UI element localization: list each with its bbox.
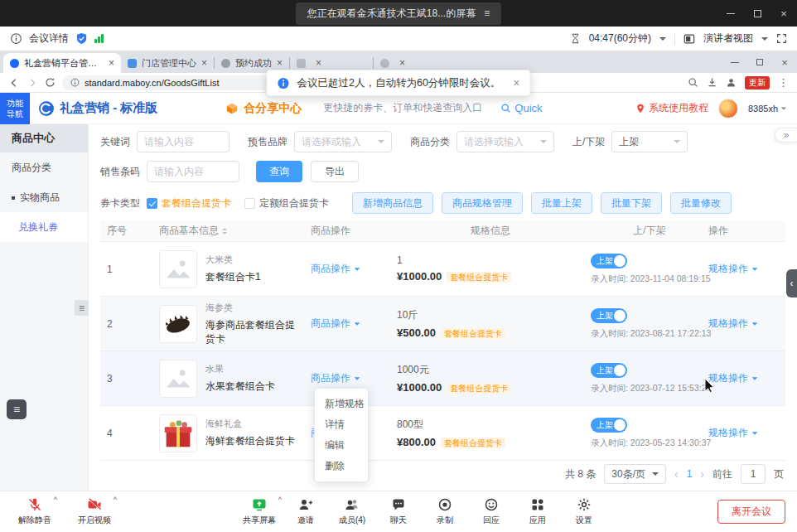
tab-close-icon[interactable]: × [399,58,405,68]
current-page[interactable]: 1 [687,468,693,480]
tab-close-icon[interactable]: × [201,58,207,68]
timer-chevron-down-icon[interactable] [659,37,666,44]
view-chevron-down-icon[interactable] [761,37,768,44]
menu-item-add-spec[interactable]: 新增规格 [315,394,368,414]
update-badge[interactable]: 更新 [745,76,770,89]
close-button[interactable]: × [770,0,797,27]
barcode-input[interactable] [147,161,239,182]
next-page-button[interactable]: › [700,467,704,481]
function-nav-button[interactable]: 功能 导航 [0,93,30,124]
product-op-dropdown-open[interactable]: 商品操作 [311,371,360,385]
tab-close-icon[interactable]: × [277,58,283,68]
col-product-info[interactable]: 商品基本信息 [153,224,302,238]
tutorial-link[interactable]: 系统使用教程 [635,101,708,115]
members-button[interactable]: 成员(4) [329,496,375,526]
meeting-floating-list-widget[interactable]: ≡ [7,399,27,419]
meeting-info-left: 会议详情 [10,31,104,46]
apps-button[interactable]: 应用 [514,496,561,526]
browser-maximize-button[interactable] [747,51,772,73]
combo-card-checkbox[interactable] [147,198,157,209]
menu-item-edit[interactable]: 编辑 [315,435,368,456]
settings-button[interactable]: 设置 [561,496,607,526]
meeting-details-label[interactable]: 会议详情 [29,31,69,46]
profile-icon[interactable] [726,77,737,88]
batch-off-shelf-button[interactable]: 批量下架 [601,192,662,214]
page-size-select[interactable]: 30条/页 [604,464,666,484]
reload-icon[interactable] [45,77,56,88]
shelf-toggle[interactable]: 上架 [591,363,627,378]
chat-button[interactable]: 聊天 [375,496,422,526]
batch-on-shelf-button[interactable]: 批量上架 [531,192,592,214]
sidebar-group-product-center[interactable]: 商品中心 [0,124,88,152]
fullscreen-icon[interactable] [776,33,787,44]
record-button[interactable]: 录制 [422,496,468,526]
banner-menu-icon[interactable]: ≡ [484,7,490,19]
mic-options-chevron-icon[interactable]: ^ [54,496,57,504]
col-actions: 操作 [708,224,785,238]
shelf-select[interactable]: 上架 [611,131,688,152]
share-screen-button[interactable]: 共享屏幕 ^ [236,496,283,526]
network-signal-icon[interactable] [94,34,104,43]
brand-select[interactable]: 请选择或输入 [294,131,392,152]
site-info-icon[interactable] [70,78,80,87]
add-product-button[interactable]: 新增商品信息 [352,192,433,214]
col-product-info-label: 商品基本信息 [159,224,219,238]
shelf-toggle[interactable]: 上架 [591,418,627,433]
keyword-input[interactable] [137,131,229,152]
forward-icon[interactable] [27,77,38,89]
shelf-toggle[interactable]: 上架 [591,254,627,268]
download-icon[interactable] [707,77,717,88]
menu-item-details[interactable]: 详情 [315,414,368,435]
sidebar-drag-handle[interactable]: ≡ [75,300,89,316]
product-image-gift-box [159,414,197,452]
leave-meeting-button[interactable]: 离开会议 [717,500,785,524]
menu-item-delete[interactable]: 删除 [315,456,368,476]
shelf-toggle[interactable]: 上架 [591,308,627,323]
username[interactable]: 8385xh [748,104,787,114]
minimize-button[interactable] [717,0,744,27]
panel-collapse-button[interactable]: » [775,128,797,143]
spec-op-dropdown[interactable]: 规格操作 [708,262,758,276]
tab-close-icon[interactable]: × [316,58,321,68]
video-options-chevron-icon[interactable]: ^ [114,496,117,504]
search-zoom-icon[interactable] [688,77,698,88]
start-video-button[interactable]: 开启视频 ^ [71,496,118,526]
spec-op-dropdown[interactable]: 规格操作 [708,317,758,331]
product-op-dropdown[interactable]: 商品操作 [311,317,360,331]
invite-button[interactable]: 邀请 [283,496,329,526]
sidebar-item-gift-voucher[interactable]: 兑换礼券 [0,212,88,242]
sidebar-item-physical-goods[interactable]: 实物商品 [0,182,88,212]
shield-check-icon[interactable] [75,32,88,45]
product-op-dropdown[interactable]: 商品操作 [311,262,360,276]
toast-close-icon[interactable]: × [513,76,519,89]
fixed-card-checkbox[interactable] [244,198,255,209]
search-button[interactable]: 查询 [256,161,302,182]
unmute-button[interactable]: 解除静音 ^ [12,496,58,526]
prev-page-button[interactable]: ‹ [674,467,679,481]
export-button[interactable]: 导出 [311,161,359,182]
spec-manage-button[interactable]: 商品规格管理 [442,192,523,214]
kebab-menu-icon[interactable]: ⋮ [778,76,789,89]
sidebar-item-product-category[interactable]: 商品分类 [0,152,88,182]
reaction-button[interactable]: 回应 [468,496,514,526]
share-options-chevron-icon[interactable]: ^ [278,496,282,504]
browser-minimize-button[interactable] [722,51,747,73]
tab-close-icon[interactable]: × [109,58,114,68]
browser-tab-2[interactable]: 门店管理中心 × [121,53,214,73]
product-name: 海参商品套餐组合提货卡 [205,318,302,346]
view-mode-label[interactable]: 演讲者视图 [703,31,753,46]
sort-icon[interactable] [222,225,227,237]
share-center-link[interactable]: 合分享中心 [225,101,302,116]
spec-op-dropdown[interactable]: 规格操作 [708,426,758,440]
user-avatar[interactable] [718,99,738,118]
back-icon[interactable] [8,77,20,89]
browser-tab-1[interactable]: 礼盒营销平台管理中心 × [3,53,121,73]
quick-search-link[interactable]: Quick [500,102,542,114]
right-edge-collapse-handle[interactable]: ‹ [786,269,797,297]
spec-op-dropdown[interactable]: 规格操作 [708,371,758,385]
goto-page-input[interactable] [741,464,766,484]
batch-edit-button[interactable]: 批量修改 [670,192,732,214]
category-select[interactable]: 请选择或输入 [456,131,554,152]
browser-close-button[interactable]: × [772,51,797,73]
maximize-button[interactable] [744,0,770,27]
